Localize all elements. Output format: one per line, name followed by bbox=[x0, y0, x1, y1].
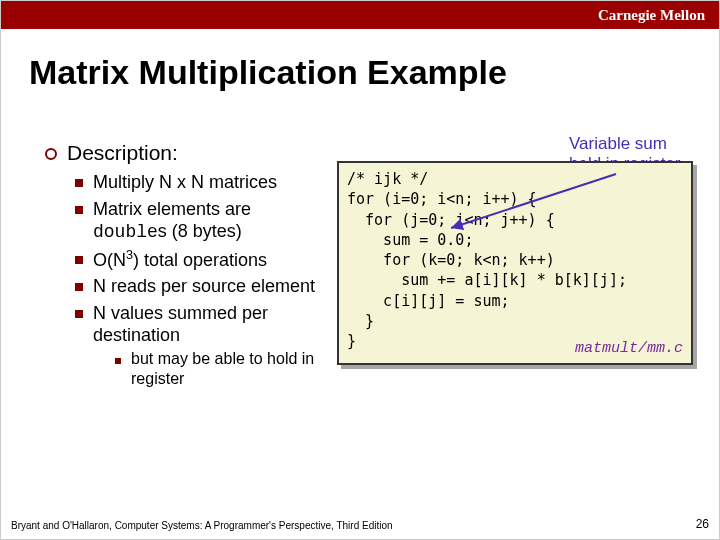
slide-title: Matrix Multiplication Example bbox=[29, 53, 507, 92]
code-box: /* ijk */ for (i=0; i<n; i++) { for (j=0… bbox=[337, 161, 693, 365]
footer-credit: Bryant and O'Hallaron, Computer Systems:… bbox=[11, 520, 393, 531]
t: N values summed per destination bbox=[93, 303, 268, 346]
list-item: Matrix elements are doubles (8 bytes) bbox=[75, 198, 325, 244]
callout-line: Variable sum bbox=[569, 134, 681, 154]
square-bullet-icon bbox=[75, 310, 83, 318]
t: s (8 bytes) bbox=[158, 221, 242, 241]
mono: double bbox=[93, 222, 158, 242]
square-bullet-icon bbox=[75, 179, 83, 187]
code-lines: /* ijk */ for (i=0; i<n; i++) { for (j=0… bbox=[347, 169, 687, 351]
footer: Bryant and O'Hallaron, Computer Systems:… bbox=[11, 517, 709, 531]
top-banner: Carnegie Mellon bbox=[1, 1, 719, 29]
list-item-text: O(N3) total operations bbox=[93, 248, 267, 272]
description-list: Multiply N x N matrices Matrix elements … bbox=[75, 171, 325, 393]
t: O(N bbox=[93, 250, 126, 270]
list-item-text: N values summed per destination but may … bbox=[93, 302, 325, 393]
square-bullet-icon bbox=[75, 283, 83, 291]
list-item-text: but may be able to hold in register bbox=[131, 349, 325, 389]
list-item-text: N reads per source element bbox=[93, 275, 315, 298]
t: Matrix elements are bbox=[93, 199, 251, 219]
square-bullet-icon bbox=[75, 256, 83, 264]
sub-sub-list: but may be able to hold in register bbox=[115, 349, 325, 389]
list-item: O(N3) total operations bbox=[75, 248, 325, 272]
list-item-text: Matrix elements are doubles (8 bytes) bbox=[93, 198, 325, 244]
description-block: Description: Multiply N x N matrices Mat… bbox=[45, 141, 325, 397]
source-file-label: matmult/mm.c bbox=[575, 339, 683, 359]
description-heading-row: Description: bbox=[45, 141, 325, 165]
square-bullet-icon bbox=[75, 206, 83, 214]
description-heading: Description: bbox=[67, 141, 178, 165]
list-item: N reads per source element bbox=[75, 275, 325, 298]
org-name: Carnegie Mellon bbox=[598, 7, 705, 24]
list-item: Multiply N x N matrices bbox=[75, 171, 325, 194]
t: ) total operations bbox=[133, 250, 267, 270]
list-item: N values summed per destination but may … bbox=[75, 302, 325, 393]
slide: Carnegie Mellon Matrix Multiplication Ex… bbox=[0, 0, 720, 540]
list-item: but may be able to hold in register bbox=[115, 349, 325, 389]
sup: 3 bbox=[126, 248, 133, 262]
square-bullet-icon bbox=[115, 358, 121, 364]
list-item-text: Multiply N x N matrices bbox=[93, 171, 277, 194]
ring-bullet-icon bbox=[45, 148, 57, 160]
page-number: 26 bbox=[696, 517, 709, 531]
